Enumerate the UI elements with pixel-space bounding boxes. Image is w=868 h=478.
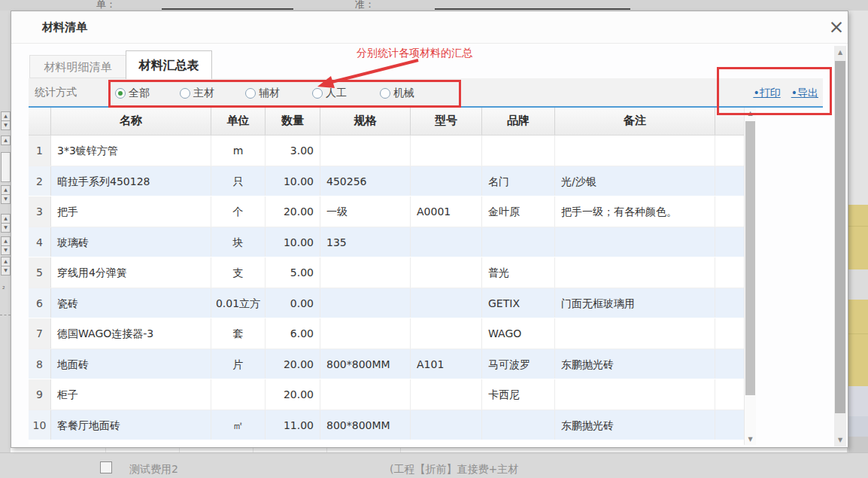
dialog-title-bar: 材料清单 × — [11, 11, 848, 44]
cell-unit: ㎡ — [211, 410, 266, 440]
cell-qty: 20.00 — [266, 379, 320, 409]
radio-selected-icon[interactable] — [115, 88, 126, 99]
field-underline — [162, 8, 293, 10]
tab-material-summary[interactable]: 材料汇总表 — [126, 50, 212, 79]
column-header-unit: 单位 — [211, 108, 266, 135]
cell-note: 门面无框玻璃用 — [555, 288, 715, 318]
cell-brand — [482, 135, 555, 166]
cell-filler — [715, 318, 744, 349]
cell-brand — [482, 227, 555, 257]
background-cell — [848, 437, 868, 452]
cell-num: 6 — [29, 288, 51, 318]
cell-name: 瓷砖 — [51, 288, 211, 318]
cell-qty: 5.00 — [266, 257, 320, 288]
cell-filler — [715, 410, 744, 440]
checkbox[interactable] — [100, 461, 112, 473]
material-list-dialog: 材料清单 × 材料明细清单 材料汇总表 统计方式 全部主材辅材人工机械 •打印 … — [11, 11, 848, 448]
close-icon[interactable]: × — [825, 16, 848, 38]
cell-note — [555, 379, 715, 409]
highlighted-cell — [848, 226, 868, 269]
radio-label: 主材 — [193, 87, 214, 100]
background-top-bar: 单： 准： — [0, 0, 868, 11]
tab-material-detail-list[interactable]: 材料明细清单 — [29, 55, 126, 78]
annotation-arrow-icon — [305, 44, 441, 89]
radio-unselected-icon[interactable] — [312, 88, 323, 99]
radio-option[interactable]: 全部 — [115, 85, 150, 99]
cell-spec — [320, 288, 411, 318]
cell-brand — [482, 410, 555, 440]
field-label-dan: 单： — [96, 0, 116, 11]
radio-option[interactable]: 主材 — [180, 85, 214, 99]
highlighted-cell — [848, 333, 868, 386]
cell-spec: 800*800MM — [320, 410, 411, 440]
scrollbar-thumb[interactable] — [745, 121, 755, 395]
scroll-up-icon[interactable]: ▲ — [745, 110, 756, 117]
cell-model — [411, 166, 482, 196]
background-cell — [848, 269, 868, 300]
radio-unselected-icon[interactable] — [245, 88, 256, 99]
cell-model — [411, 257, 482, 288]
spinner-down-icon[interactable]: ▼ — [1, 223, 11, 233]
table-row[interactable]: 9柜子20.00卡西尼 — [29, 379, 744, 410]
cell-filler — [715, 349, 744, 379]
table-row[interactable]: 6瓷砖0.01立方0.00GETIX门面无框玻璃用 — [29, 288, 744, 319]
scroll-down-icon[interactable]: ▼ — [745, 436, 756, 443]
cell-name: 穿线用4分弹簧 — [51, 257, 211, 288]
dialog-scrollbar[interactable]: ▲ ▼ — [834, 46, 846, 446]
cell-note: 把手一级；有各种颜色。 — [555, 196, 715, 227]
spinner-up-icon[interactable]: ▲ — [1, 135, 11, 145]
background-bottom-bar: 测试费用2 (工程【折前】直接费+主材 — [0, 452, 868, 478]
table-row[interactable]: 10客餐厅地面砖㎡11.00800*800MM东鹏抛光砖 — [29, 410, 744, 441]
table-row[interactable]: 2暗拉手系列450128只10.00450256名门光/沙银 — [29, 166, 744, 197]
cell-unit: m — [211, 135, 266, 166]
spinner-down-icon[interactable]: ▼ — [1, 245, 11, 255]
cell-spec: 450256 — [320, 166, 411, 196]
cell-filler — [715, 288, 744, 318]
spinner-down-icon[interactable]: ▼ — [1, 266, 11, 276]
cell-spec: 800*800MM — [320, 349, 411, 379]
table-row[interactable]: 7德国WAGO连接器-3套6.00WAGO — [29, 318, 744, 349]
cell-num: 1 — [29, 135, 51, 166]
cell-brand: 马可波罗 — [482, 349, 555, 379]
cell-unit: 块 — [211, 227, 266, 257]
superscript-fragment: ² — [2, 285, 5, 293]
table-header-row: 名称单位数量规格型号品牌备注 — [29, 108, 744, 135]
cell-num: 2 — [29, 166, 51, 196]
table-row[interactable]: 5穿线用4分弹簧支5.00普光 — [29, 257, 744, 288]
table-row[interactable]: 4玻璃砖块10.00135 — [29, 227, 744, 258]
cell-qty: 20.00 — [266, 196, 320, 227]
export-link[interactable]: •导出 — [791, 87, 818, 99]
cell-note — [555, 227, 715, 257]
column-header-qty: 数量 — [266, 108, 320, 135]
cell-qty: 11.00 — [266, 410, 320, 440]
dashed-divider — [0, 315, 11, 315]
print-link[interactable]: •打印 — [753, 87, 780, 99]
cell-unit: 支 — [211, 257, 266, 288]
cell-name: 柜子 — [51, 379, 211, 409]
scrollbar-thumb[interactable] — [835, 61, 845, 413]
table-row[interactable]: 3把手个20.00一级A0001金叶原把手一级；有各种颜色。 — [29, 196, 744, 227]
cell-qty: 0.00 — [266, 288, 320, 318]
statistics-mode-label: 统计方式 — [35, 86, 77, 99]
spinner-down-icon[interactable]: ▼ — [1, 120, 11, 130]
table-row[interactable]: 13*3镀锌方管m3.00 — [29, 135, 744, 166]
table-row[interactable]: 8地面砖片20.00800*800MMA101马可波罗东鹏抛光砖 — [29, 349, 744, 380]
background-cell — [848, 386, 868, 416]
cell-model — [411, 288, 482, 318]
cell-num: 4 — [29, 227, 51, 257]
cell-brand: WAGO — [482, 318, 555, 349]
scroll-up-icon[interactable]: ▲ — [834, 49, 846, 56]
radio-unselected-icon[interactable] — [180, 88, 190, 99]
cell-name: 玻璃砖 — [51, 227, 211, 257]
cell-brand: GETIX — [482, 288, 555, 318]
column-header-note: 备注 — [555, 108, 715, 135]
scroll-down-icon[interactable]: ▼ — [834, 437, 846, 443]
radio-unselected-icon[interactable] — [380, 88, 390, 99]
table-scrollbar[interactable]: ▲ ▼ — [744, 108, 756, 445]
cell-filler — [715, 166, 744, 196]
cell-model: A0001 — [411, 196, 482, 227]
radio-option[interactable]: 辅材 — [245, 85, 280, 99]
spinner-down-icon[interactable]: ▼ — [1, 194, 11, 204]
cell-note — [555, 318, 715, 349]
cell-note: 东鹏抛光砖 — [555, 349, 715, 379]
